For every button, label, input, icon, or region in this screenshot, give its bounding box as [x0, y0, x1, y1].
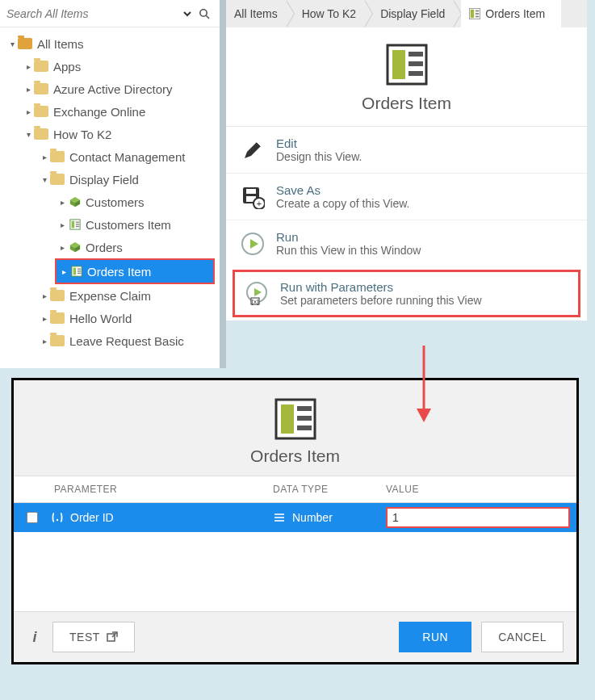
dialog-footer: i TEST RUN CANCEL	[14, 611, 576, 662]
col-value: VALUE	[386, 484, 576, 495]
view-large-icon	[273, 396, 318, 442]
tree-item-customers[interactable]: ▸ Customers	[0, 191, 220, 213]
folder-icon	[50, 335, 65, 346]
action-title: Save As	[276, 183, 410, 197]
action-sub: Create a copy of this View.	[276, 197, 410, 210]
tree-item-aad[interactable]: ▸ Azure Active Directory	[0, 78, 220, 100]
test-button[interactable]: TEST	[52, 622, 135, 652]
folder-icon	[34, 128, 48, 140]
caret-right-icon: ▸	[24, 107, 32, 116]
tree-label: Exchange Online	[53, 105, 145, 119]
saveas-icon: +	[241, 185, 265, 209]
dialog-title: Orders Item	[250, 446, 340, 466]
svg-rect-19	[471, 10, 474, 19]
col-parameter: PARAMETER	[51, 484, 273, 495]
parameter-icon	[51, 511, 64, 524]
caret-right-icon: ▸	[40, 291, 48, 300]
svg-point-0	[200, 9, 207, 15]
svg-rect-25	[409, 52, 423, 57]
number-icon	[273, 511, 286, 524]
tree-item-orders-item[interactable]: ▸ Orders Item	[57, 260, 213, 283]
svg-rect-45	[297, 425, 312, 430]
cancel-button[interactable]: CANCEL	[481, 622, 564, 652]
search-input[interactable]	[6, 7, 179, 20]
folder-icon	[34, 106, 48, 117]
tree-label: Customers	[86, 195, 145, 209]
action-edit[interactable]: Edit Design this View.	[226, 127, 587, 173]
svg-rect-9	[76, 226, 79, 227]
info-icon[interactable]: i	[27, 629, 43, 646]
view-title: Orders Item	[362, 94, 451, 113]
param-value-input[interactable]	[386, 507, 570, 528]
action-sub: Design this View.	[276, 150, 362, 163]
action-title: Run with Parameters	[280, 280, 482, 294]
svg-rect-44	[297, 416, 312, 421]
caret-right-icon: ▸	[40, 314, 48, 323]
chevron-down-icon[interactable]	[179, 9, 195, 19]
tree-item-hello[interactable]: ▸ Hello World	[0, 307, 220, 329]
folder-icon	[50, 312, 65, 324]
caret-down-icon: ▾	[8, 40, 16, 48]
svg-rect-29	[246, 189, 256, 194]
tree-item-exo[interactable]: ▸ Exchange Online	[0, 100, 220, 123]
tree-item-customers-item[interactable]: ▸ Customers Item	[0, 213, 220, 236]
parameters-dialog: Orders Item PARAMETER DATA TYPE VALUE Or…	[11, 378, 579, 664]
folder-icon	[50, 151, 65, 162]
row-checkbox[interactable]	[14, 512, 51, 523]
play-icon	[241, 232, 265, 256]
tree-item-apps[interactable]: ▸ Apps	[0, 55, 220, 78]
svg-rect-15	[78, 269, 81, 270]
tree-label: Display Field	[69, 173, 139, 187]
tree-item-display[interactable]: ▾ Display Field	[0, 168, 220, 191]
parameter-row[interactable]: Order ID Number	[14, 503, 576, 532]
tree-label: Contact Management	[69, 150, 185, 164]
tree-item-expense[interactable]: ▸ Expense Claim	[0, 284, 220, 307]
svg-rect-24	[392, 50, 405, 79]
tree-label: Orders	[86, 241, 123, 254]
tree-item-contact[interactable]: ▸ Contact Management	[0, 145, 220, 168]
svg-rect-42	[281, 404, 294, 434]
folder-icon	[50, 290, 65, 301]
tree-item-leave[interactable]: ▸ Leave Request Basic	[0, 329, 220, 352]
smartobject-icon	[69, 196, 81, 207]
action-run-parameters[interactable]: [x] Run with Parameters Set parameters b…	[233, 270, 580, 317]
main-panel: Orders Item Edit Design this View. + Sav…	[226, 27, 587, 321]
tree-label: Apps	[53, 60, 81, 73]
tree-item-howto[interactable]: ▾ How To K2	[0, 123, 220, 145]
action-run[interactable]: Run Run this View in this Window	[226, 220, 587, 266]
play-params-icon: [x]	[245, 282, 269, 306]
smartobject-icon	[69, 241, 81, 253]
caret-right-icon: ▸	[24, 62, 32, 71]
caret-right-icon: ▸	[40, 337, 48, 346]
crumb-all-items[interactable]: All Items	[226, 0, 294, 27]
view-icon	[469, 8, 480, 19]
svg-rect-21	[476, 13, 479, 15]
search-icon[interactable]	[195, 8, 213, 19]
svg-line-1	[206, 15, 209, 19]
view-header: Orders Item	[226, 27, 587, 127]
crumb-howto[interactable]: How To K2	[294, 0, 372, 27]
svg-rect-27	[409, 71, 423, 76]
run-button[interactable]: RUN	[399, 622, 471, 652]
caret-right-icon: ▸	[58, 243, 66, 252]
tree-label: Hello World	[69, 312, 132, 325]
action-title: Run	[276, 230, 421, 244]
tree-label: Leave Request Basic	[69, 334, 184, 348]
caret-down-icon: ▾	[24, 130, 32, 139]
svg-rect-16	[78, 270, 81, 271]
tree-view: ▾ All Items ▸ Apps ▸ Azure Active Direct…	[0, 27, 220, 357]
svg-point-46	[57, 519, 58, 521]
svg-rect-43	[297, 406, 312, 411]
caret-right-icon: ▸	[58, 220, 66, 229]
tree-label: Customers Item	[86, 218, 171, 232]
svg-rect-14	[73, 268, 77, 275]
folder-icon	[34, 83, 48, 94]
tree-item-all[interactable]: ▾ All Items	[0, 32, 220, 55]
col-datatype: DATA TYPE	[273, 484, 386, 495]
sidebar: ▾ All Items ▸ Apps ▸ Azure Active Direct…	[0, 0, 226, 368]
tree-item-orders[interactable]: ▸ Orders	[0, 236, 220, 258]
selected-highlight: ▸ Orders Item	[55, 258, 215, 284]
crumb-orders-item[interactable]: Orders Item	[461, 0, 561, 27]
crumb-display[interactable]: Display Field	[372, 0, 461, 27]
action-saveas[interactable]: + Save As Create a copy of this View.	[226, 173, 587, 220]
